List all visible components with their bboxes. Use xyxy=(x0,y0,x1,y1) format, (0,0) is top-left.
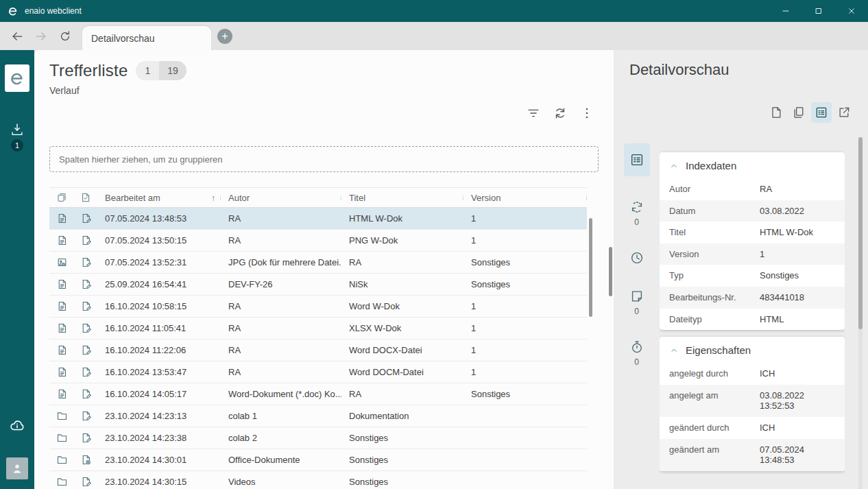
property-label: Version xyxy=(669,249,760,259)
filter-button[interactable] xyxy=(526,106,541,121)
result-toolbar xyxy=(49,106,599,121)
table-row[interactable]: 16.10.2024 11:22:06RAWord DOCX-Datei1 xyxy=(49,339,587,361)
browser-navbar: Detailvorschau + xyxy=(0,22,868,50)
property-row: angelegt durchICH xyxy=(660,363,845,385)
forward-button[interactable] xyxy=(34,29,48,43)
table-scrollbar[interactable] xyxy=(589,218,592,317)
references-icon xyxy=(629,200,644,215)
preview-tab-compare-documents[interactable] xyxy=(788,102,809,123)
window-controls xyxy=(769,0,868,22)
downloads-button[interactable]: 1 xyxy=(10,122,25,152)
column-header-autor[interactable]: Autor xyxy=(221,193,341,203)
tab-detailvorschau[interactable]: Detailvorschau xyxy=(82,26,211,50)
detail-list-icon xyxy=(815,106,828,119)
add-tab-button[interactable]: + xyxy=(217,29,232,44)
property-label: Dateityp xyxy=(669,314,760,324)
table-row[interactable]: 23.10.2024 14:30:15VideosSonstiges xyxy=(49,471,587,489)
table-row[interactable]: 16.10.2024 11:05:41RAXLSX W-Dok1 xyxy=(49,318,587,339)
window-title: enaio webclient xyxy=(25,6,82,16)
property-label: Titel xyxy=(669,227,760,237)
table-row[interactable]: 23.10.2024 14:23:38colab 2Sonstiges xyxy=(49,427,587,449)
edit-document-icon xyxy=(80,213,92,224)
cell-type xyxy=(49,300,74,312)
sync-status-button[interactable] xyxy=(9,418,25,434)
cell-version: 1 xyxy=(463,345,587,355)
table-row[interactable]: 16.10.2024 13:53:47RAWord DOCM-Datei1 xyxy=(49,361,587,383)
table-row[interactable]: 07.05.2024 13:50:15RAPNG W-Dok1 xyxy=(49,230,587,252)
column-header-version[interactable]: Version xyxy=(463,193,587,203)
cell-version: 1 xyxy=(463,367,587,377)
table-row[interactable]: 07.05.2024 13:52:31JPG (Dok für mehrere … xyxy=(49,252,587,274)
sync-icon xyxy=(553,106,568,121)
column-header-titel[interactable]: Titel xyxy=(341,193,463,203)
table-row[interactable]: 23.10.2024 14:30:01Office-DokumenteSonst… xyxy=(49,449,587,471)
cell-version: 1 xyxy=(463,235,587,246)
close-button[interactable] xyxy=(835,0,868,22)
card-header[interactable]: Eigenschaften xyxy=(660,337,845,363)
table-row[interactable]: 16.10.2024 10:58:15RAWord W-Dok1 xyxy=(49,296,587,318)
cell-state xyxy=(74,257,97,268)
app-window: enaio webclient Detailvorschau + 1 xyxy=(0,0,868,489)
card-header[interactable]: Indexdaten xyxy=(660,152,845,178)
sidebar: 1 xyxy=(0,50,34,489)
strip-item-note[interactable]: 0 xyxy=(629,289,644,316)
history-icon xyxy=(629,250,644,265)
maximize-icon xyxy=(815,7,823,15)
type-column-header[interactable] xyxy=(49,192,74,203)
refresh-list-button[interactable] xyxy=(553,106,568,121)
document-icon xyxy=(56,366,68,378)
cell-type xyxy=(49,476,74,488)
detail-scrollbar[interactable] xyxy=(858,137,863,329)
column-header-bearbeitet-am[interactable]: Bearbeitet am↑ xyxy=(97,193,221,203)
cell-autor: Word-Dokument (*.doc) Ko... xyxy=(221,389,341,399)
preview-tab-open-external[interactable] xyxy=(834,102,854,123)
cell-bearbeitet-am: 23.10.2024 14:23:13 xyxy=(97,411,221,421)
strip-item-history[interactable] xyxy=(629,250,644,265)
cell-bearbeitet-am: 16.10.2024 11:05:41 xyxy=(97,323,221,333)
strip-count: 0 xyxy=(634,357,639,367)
strip-item-timer[interactable]: 0 xyxy=(629,339,644,367)
group-by-dropzone[interactable]: Spalten hierher ziehen, um zu gruppieren xyxy=(49,146,599,172)
property-rows: angelegt durchICHangelegt am03.08.2022 1… xyxy=(660,363,845,471)
cell-autor: colab 1 xyxy=(221,411,341,421)
preview-tab-page[interactable] xyxy=(766,102,786,123)
edit-document-icon xyxy=(80,235,92,246)
state-column-header[interactable] xyxy=(74,192,97,203)
cell-state xyxy=(74,366,97,378)
cell-titel: HTML W-Dok xyxy=(341,213,463,224)
minimize-button[interactable] xyxy=(769,0,802,22)
reload-button[interactable] xyxy=(58,29,72,43)
more-options-button[interactable] xyxy=(579,106,594,121)
cell-autor: RA xyxy=(221,345,341,355)
property-row: AutorRA xyxy=(660,178,845,200)
preview-mode-tabs xyxy=(614,102,854,123)
cell-autor: RA xyxy=(221,323,341,333)
cell-titel: NiSk xyxy=(341,279,463,289)
cell-autor: RA xyxy=(221,213,341,224)
table-row[interactable]: 25.09.2024 16:54:41DEV-FY-26NiSkSonstige… xyxy=(49,274,587,296)
app-logo-icon xyxy=(7,5,19,17)
strip-count: 0 xyxy=(634,307,639,316)
cell-bearbeitet-am: 16.10.2024 11:22:06 xyxy=(97,345,221,355)
back-button[interactable] xyxy=(10,29,24,43)
enaio-home-button[interactable] xyxy=(5,64,29,92)
result-table-body: 07.05.2024 13:48:53RAHTML W-Dok107.05.20… xyxy=(49,208,587,489)
detail-content: 000 IndexdatenAutorRADatum03.08.2022Tite… xyxy=(614,138,868,489)
cell-type xyxy=(49,278,74,290)
table-row[interactable]: 07.05.2024 13:48:53RAHTML W-Dok1 xyxy=(49,208,587,230)
cell-titel: RA xyxy=(341,257,463,267)
main-scrollbar[interactable] xyxy=(609,247,612,296)
card-indexdaten: IndexdatenAutorRADatum03.08.2022TitelHTM… xyxy=(660,152,845,330)
property-label: Autor xyxy=(669,184,760,194)
sort-ascending-icon: ↑ xyxy=(211,193,215,203)
strip-item-references[interactable]: 0 xyxy=(629,200,644,227)
maximize-button[interactable] xyxy=(802,0,835,22)
table-row[interactable]: 23.10.2024 14:23:13colab 1Dokumentation xyxy=(49,405,587,427)
cell-bearbeitet-am: 16.10.2024 14:05:17 xyxy=(97,389,221,399)
strip-item-form[interactable] xyxy=(624,143,650,176)
cell-state xyxy=(74,454,97,466)
table-row[interactable]: 16.10.2024 14:05:17Word-Dokument (*.doc)… xyxy=(49,383,587,405)
preview-tab-detail-list[interactable] xyxy=(811,102,832,123)
user-menu-button[interactable] xyxy=(6,457,28,479)
property-row: geändert am07.05.2024 13:48:53 xyxy=(660,439,845,471)
